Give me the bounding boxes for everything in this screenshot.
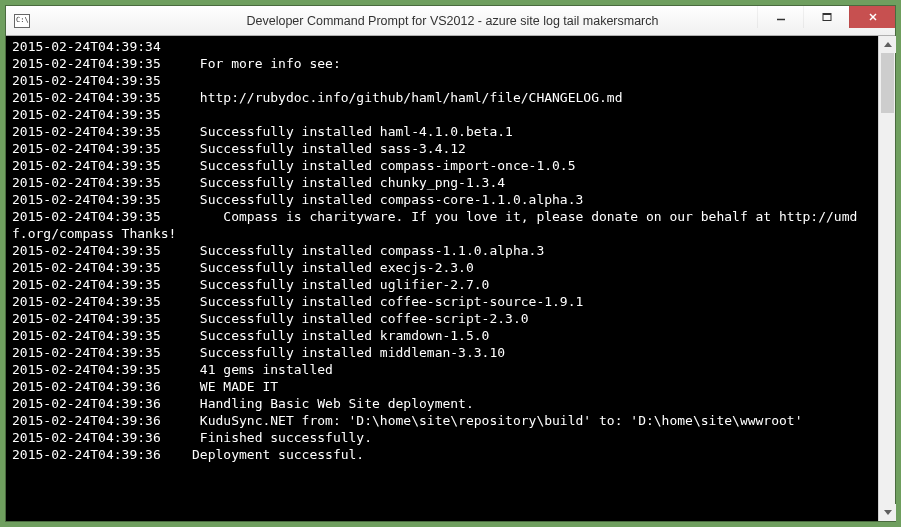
log-line: 2015-02-24T04:39:35 — [12, 72, 878, 89]
console-output[interactable]: 2015-02-24T04:39:34 2015-02-24T04:39:35 … — [6, 36, 878, 521]
log-line: 2015-02-24T04:39:35 Compass is charitywa… — [12, 208, 878, 225]
log-line: f.org/compass Thanks! — [12, 225, 878, 242]
log-line: 2015-02-24T04:39:35 — [12, 106, 878, 123]
log-line: 2015-02-24T04:39:34 — [12, 38, 878, 55]
scrollbar-thumb[interactable] — [881, 53, 894, 113]
log-line: 2015-02-24T04:39:35 Successfully install… — [12, 123, 878, 140]
log-line: 2015-02-24T04:39:35 http://rubydoc.info/… — [12, 89, 878, 106]
log-line: 2015-02-24T04:39:35 Successfully install… — [12, 276, 878, 293]
close-button[interactable] — [849, 6, 895, 28]
log-line: 2015-02-24T04:39:35 Successfully install… — [12, 174, 878, 191]
cmd-icon — [14, 14, 30, 28]
scroll-up-arrow-icon[interactable] — [879, 36, 896, 53]
console-window: Developer Command Prompt for VS2012 - az… — [5, 5, 896, 522]
log-line: 2015-02-24T04:39:36 Handling Basic Web S… — [12, 395, 878, 412]
console-body: 2015-02-24T04:39:34 2015-02-24T04:39:35 … — [6, 36, 895, 521]
log-line: 2015-02-24T04:39:35 Successfully install… — [12, 157, 878, 174]
log-line: 2015-02-24T04:39:35 Successfully install… — [12, 293, 878, 310]
log-line: 2015-02-24T04:39:36 KuduSync.NET from: '… — [12, 412, 878, 429]
log-line: 2015-02-24T04:39:36 Deployment successfu… — [12, 446, 878, 463]
log-line: 2015-02-24T04:39:35 Successfully install… — [12, 191, 878, 208]
log-line: 2015-02-24T04:39:35 Successfully install… — [12, 259, 878, 276]
log-line: 2015-02-24T04:39:36 Finished successfull… — [12, 429, 878, 446]
log-line: 2015-02-24T04:39:35 For more info see: — [12, 55, 878, 72]
log-line: 2015-02-24T04:39:35 Successfully install… — [12, 310, 878, 327]
log-line: 2015-02-24T04:39:36 WE MADE IT — [12, 378, 878, 395]
log-line: 2015-02-24T04:39:35 Successfully install… — [12, 242, 878, 259]
log-line: 2015-02-24T04:39:35 41 gems installed — [12, 361, 878, 378]
log-line: 2015-02-24T04:39:35 Successfully install… — [12, 344, 878, 361]
svg-marker-5 — [884, 42, 892, 47]
log-line: 2015-02-24T04:39:35 Successfully install… — [12, 327, 878, 344]
maximize-button[interactable] — [803, 6, 849, 28]
minimize-button[interactable] — [757, 6, 803, 28]
vertical-scrollbar[interactable] — [878, 36, 895, 521]
log-line: 2015-02-24T04:39:35 Successfully install… — [12, 140, 878, 157]
svg-marker-6 — [884, 510, 892, 515]
window-controls — [757, 6, 895, 28]
scroll-down-arrow-icon[interactable] — [879, 504, 896, 521]
titlebar[interactable]: Developer Command Prompt for VS2012 - az… — [6, 6, 895, 36]
